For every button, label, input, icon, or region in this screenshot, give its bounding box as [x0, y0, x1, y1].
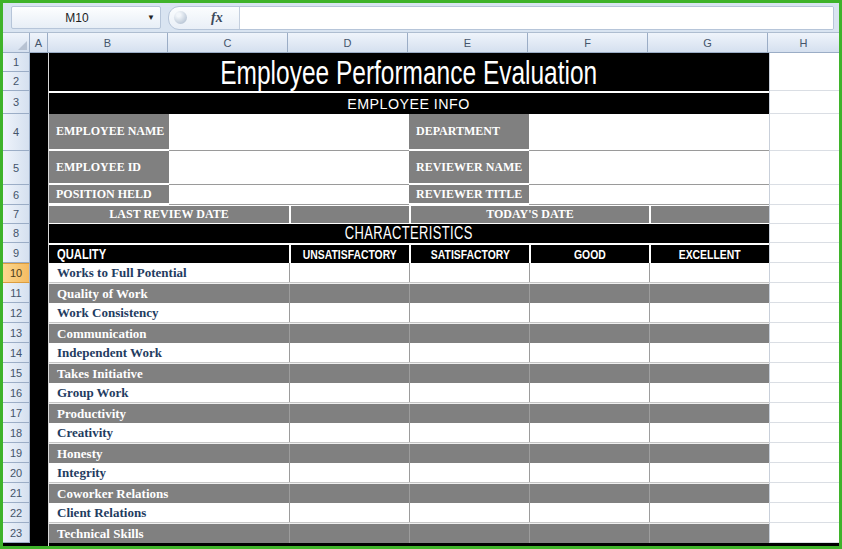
empty-cell[interactable] [769, 53, 839, 91]
rating-cell[interactable] [289, 324, 409, 343]
rating-cell[interactable] [529, 343, 649, 362]
rating-cell[interactable] [409, 263, 529, 282]
empty-cell[interactable] [769, 283, 839, 303]
rating-cell[interactable] [529, 284, 649, 303]
empty-cell[interactable] [769, 303, 839, 323]
department-input-cell[interactable] [529, 114, 769, 151]
rating-cell[interactable] [649, 404, 769, 423]
last-review-date-input-cell[interactable] [289, 206, 409, 223]
column-header-G[interactable]: G [648, 33, 768, 53]
row-header-2[interactable]: 2 [3, 72, 30, 91]
rating-cell[interactable] [649, 444, 769, 463]
rating-cell[interactable] [409, 423, 529, 442]
empty-cell[interactable] [769, 343, 839, 363]
row-header-22[interactable]: 22 [3, 503, 30, 523]
column-a-black-strip[interactable] [30, 53, 49, 546]
rating-cell[interactable] [649, 423, 769, 442]
rating-cell[interactable] [409, 324, 529, 343]
rating-cell[interactable] [529, 503, 649, 522]
rating-cell[interactable] [289, 503, 409, 522]
row-header-4[interactable]: 4 [3, 114, 30, 151]
rating-cell[interactable] [409, 524, 529, 543]
rating-cell[interactable] [409, 404, 529, 423]
row-header-15[interactable]: 15 [3, 363, 30, 383]
rating-cell[interactable] [649, 303, 769, 322]
empty-cell[interactable] [769, 243, 839, 263]
empty-cell[interactable] [769, 205, 839, 224]
row-header-16[interactable]: 16 [3, 383, 30, 403]
empty-cell[interactable] [769, 403, 839, 423]
rating-cell[interactable] [649, 263, 769, 282]
row-header-13[interactable]: 13 [3, 323, 30, 343]
rating-cell[interactable] [529, 303, 649, 322]
row-header-1[interactable]: 1 [3, 53, 30, 72]
rating-cell[interactable] [649, 284, 769, 303]
empty-cell[interactable] [769, 263, 839, 283]
empty-cell[interactable] [769, 114, 839, 151]
select-all-corner[interactable] [3, 33, 30, 53]
empty-cell[interactable] [769, 363, 839, 383]
empty-cell[interactable] [769, 185, 839, 205]
employee-name-input-cell[interactable] [169, 114, 409, 151]
row-header-18[interactable]: 18 [3, 423, 30, 443]
row-header-5[interactable]: 5 [3, 151, 30, 185]
row-header-7[interactable]: 7 [3, 205, 30, 224]
rating-cell[interactable] [649, 364, 769, 383]
rating-cell[interactable] [649, 324, 769, 343]
row-header-6[interactable]: 6 [3, 185, 30, 205]
rating-cell[interactable] [289, 383, 409, 402]
empty-cell[interactable] [769, 463, 839, 483]
column-header-C[interactable]: C [168, 33, 288, 53]
reviewer-name-input-cell[interactable] [529, 151, 769, 185]
column-header-D[interactable]: D [288, 33, 408, 53]
rating-cell[interactable] [529, 263, 649, 282]
name-box[interactable]: M10 ▼ [11, 6, 161, 29]
rating-cell[interactable] [649, 524, 769, 543]
empty-cell[interactable] [769, 323, 839, 343]
rating-cell[interactable] [529, 324, 649, 343]
empty-cell[interactable] [769, 483, 839, 503]
empty-cell[interactable] [769, 151, 839, 185]
rating-cell[interactable] [289, 343, 409, 362]
rating-cell[interactable] [529, 444, 649, 463]
empty-cell[interactable] [769, 503, 839, 523]
row-header-17[interactable]: 17 [3, 403, 30, 423]
insert-function-button[interactable]: fx [187, 7, 240, 29]
empty-cell[interactable] [769, 423, 839, 443]
column-header-B[interactable]: B [48, 33, 168, 53]
rating-cell[interactable] [409, 444, 529, 463]
row-header-21[interactable]: 21 [3, 483, 30, 503]
row-header-20[interactable]: 20 [3, 463, 30, 483]
empty-cell[interactable] [769, 224, 839, 243]
formula-input[interactable] [240, 7, 833, 29]
rating-cell[interactable] [289, 263, 409, 282]
rating-cell[interactable] [289, 303, 409, 322]
empty-cell[interactable] [769, 91, 839, 114]
column-header-E[interactable]: E [408, 33, 528, 53]
rating-cell[interactable] [529, 524, 649, 543]
row-header-14[interactable]: 14 [3, 343, 30, 363]
rating-cell[interactable] [409, 503, 529, 522]
position-held-input-cell[interactable] [169, 185, 409, 205]
rating-cell[interactable] [529, 484, 649, 503]
rating-cell[interactable] [409, 383, 529, 402]
row-header-19[interactable]: 19 [3, 443, 30, 463]
rating-cell[interactable] [289, 364, 409, 383]
rating-cell[interactable] [289, 404, 409, 423]
row-header-3[interactable]: 3 [3, 91, 30, 114]
rating-cell[interactable] [649, 503, 769, 522]
row-header-11[interactable]: 11 [3, 283, 30, 303]
column-header-F[interactable]: F [528, 33, 648, 53]
rating-cell[interactable] [409, 303, 529, 322]
rating-cell[interactable] [649, 383, 769, 402]
empty-cell[interactable] [769, 443, 839, 463]
rating-cell[interactable] [529, 423, 649, 442]
reviewer-title-input-cell[interactable] [529, 185, 769, 205]
rating-cell[interactable] [529, 383, 649, 402]
rating-cell[interactable] [649, 343, 769, 362]
row-header-10[interactable]: 10 [3, 263, 30, 283]
todays-date-input-cell[interactable] [649, 206, 769, 223]
rating-cell[interactable] [409, 343, 529, 362]
rating-cell[interactable] [529, 463, 649, 482]
empty-cell[interactable] [769, 383, 839, 403]
